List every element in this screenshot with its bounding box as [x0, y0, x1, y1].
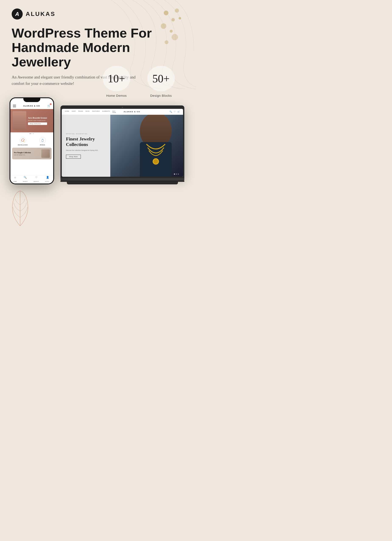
phone-hero-title: Arcs Bracelet bronze: [28, 116, 47, 119]
laptop-cart-icon[interactable]: 🛒: [177, 110, 180, 113]
phone-cat-necklaces: 📿 NECKLACES: [18, 137, 28, 146]
phone-hero-image: [12, 111, 26, 130]
laptop-hero-sub: Discover the collection Designed for Spr…: [66, 149, 106, 152]
phone-collection-image: [41, 149, 50, 158]
decorative-leaf: [6, 190, 34, 228]
hero-heading-line1: WordPress Theme For: [12, 26, 152, 40]
logo-text: ALUKAS: [26, 10, 56, 17]
devices-section: ALUKAS & CO 🛒 0 Arcs Bracelet bronze Bra…: [12, 97, 184, 184]
laptop-wishlist-icon[interactable]: ♡: [174, 110, 176, 113]
laptop-search-icon[interactable]: 🔍: [170, 110, 172, 113]
laptop-hero-eyebrow: SPECIAL ESSENTIAL: [66, 133, 106, 135]
phone-bottom-nav: ⌂ HOME 🔍 SEARCH ♡ WISHLIST 👤 ACCOU...: [10, 175, 53, 183]
stat-design-blocks: 50+ Design Blocks: [147, 66, 175, 98]
phone-notch: [23, 97, 40, 102]
laptop-nav-shop[interactable]: SHOP: [72, 110, 76, 113]
laptop-nav-buynow[interactable]: BUY NOW: [112, 110, 116, 113]
logo-row: A ALUKAS: [12, 9, 184, 20]
laptop-shop-button[interactable]: Shop Now: [66, 155, 81, 159]
account-icon: 👤: [45, 176, 50, 179]
phone-nav-home-label: HOME: [13, 181, 17, 182]
search-icon: 🔍: [23, 176, 28, 179]
phone-hero-banner: Arcs Bracelet bronze Bracelet made of br…: [10, 109, 53, 132]
laptop-hero-title: Finest Jewelry Collections: [66, 136, 106, 147]
phone-mockup: ALUKAS & CO 🛒 0 Arcs Bracelet bronze Bra…: [10, 97, 54, 184]
phone-nav-account[interactable]: 👤 ACCOU...: [45, 176, 50, 183]
logo-letter: A: [15, 11, 19, 17]
laptop-dot-1: [174, 174, 175, 175]
laptop-nav-blog[interactable]: BLOG: [86, 110, 90, 113]
stat-bubble-2: 50+: [147, 66, 175, 91]
phone-nav-account-label: ACCOU...: [45, 181, 50, 182]
laptop-nav-elements[interactable]: ELEMENTS: [102, 110, 110, 113]
phone-collection-banner: New Bangles Collection Catch the highlig…: [12, 148, 52, 159]
phone-nav-search[interactable]: 🔍 SEARCH: [23, 176, 28, 183]
phone-dot-2: [31, 133, 32, 134]
hero-heading-line2: Handmade Modern Jewellery: [12, 40, 130, 69]
laptop-slider-dots: [174, 174, 179, 175]
phone-nav-home[interactable]: ⌂ HOME: [13, 176, 17, 183]
laptop-base: [61, 178, 184, 181]
phone-cat-necklaces-label: NECKLACES: [18, 144, 28, 146]
stat-label-1: Home Demos: [106, 94, 127, 97]
ring-icon: 💍: [39, 137, 46, 143]
phone-dot-1: [30, 133, 31, 134]
laptop-screen-wrapper: HOME SHOP PAGES BLOG FEATURES ELEMENTS B…: [61, 105, 184, 178]
phone-cat-rings-label: RINGS: [39, 144, 46, 146]
stat-number-2: 50+: [152, 72, 170, 85]
phone-header-title: ALUKAS & CO: [23, 105, 40, 107]
laptop-hinge: [61, 181, 184, 182]
laptop-dot-2: [176, 174, 177, 175]
page-wrapper: A ALUKAS WordPress Theme For Handmade Mo…: [0, 0, 196, 270]
phone-header: ALUKAS & CO 🛒 0: [10, 102, 53, 109]
phone-hero-sub: Bracelet made of bright bronze...: [28, 120, 47, 121]
phone-hero-text: Arcs Bracelet bronze Bracelet made of br…: [26, 116, 47, 125]
laptop-nav-home[interactable]: HOME: [65, 110, 69, 113]
wishlist-icon: ♡: [34, 176, 39, 179]
stat-home-demos: 10+ Home Demos: [103, 66, 130, 98]
phone-collection-text: New Bangles Collection Catch the highlig…: [14, 152, 40, 156]
stat-label-2: Design Blocks: [150, 94, 172, 97]
phone-cat-rings: 💍 RINGS: [39, 137, 46, 146]
phone-categories: 📿 NECKLACES 💍 RINGS: [10, 135, 53, 148]
phone-cart-icon: 🛒 0: [47, 104, 51, 108]
phone-cart-badge: 0: [50, 103, 52, 105]
laptop-mockup: HOME SHOP PAGES BLOG FEATURES ELEMENTS B…: [61, 105, 184, 184]
laptop-nav-pages[interactable]: PAGES: [78, 110, 83, 113]
laptop-camera: [122, 107, 123, 108]
stats-row: 10+ Home Demos 50+ Design Blocks: [103, 66, 175, 98]
phone-slider-dots: [10, 132, 53, 135]
laptop-hero-content: SPECIAL ESSENTIAL Finest Jewelry Collect…: [62, 115, 110, 177]
stat-number-1: 10+: [108, 72, 125, 85]
laptop-hero-image: [110, 115, 183, 177]
phone-screen: ALUKAS & CO 🛒 0 Arcs Bracelet bronze Bra…: [10, 98, 53, 183]
necklace-icon: 📿: [20, 137, 26, 143]
laptop-hero: SPECIAL ESSENTIAL Finest Jewelry Collect…: [62, 115, 183, 177]
hero-heading: WordPress Theme For Handmade Modern Jewe…: [12, 26, 171, 69]
phone-nav-search-label: SEARCH: [23, 181, 28, 182]
laptop-dot-3: [178, 174, 179, 175]
phone-menu-icon: [13, 105, 16, 107]
phone-collection-title: New Bangles Collection: [14, 152, 40, 154]
laptop-nav-brand: ALUKAS & CO: [116, 111, 148, 113]
phone-dot-3: [33, 133, 34, 134]
laptop-screen: HOME SHOP PAGES BLOG FEATURES ELEMENTS B…: [62, 109, 183, 177]
hero-image-svg: [110, 115, 183, 177]
svg-point-5: [154, 159, 158, 164]
phone-shop-button[interactable]: Shop Collection: [28, 122, 47, 125]
laptop-nav-links: HOME SHOP PAGES BLOG FEATURES ELEMENTS B…: [65, 110, 116, 113]
laptop-nav: HOME SHOP PAGES BLOG FEATURES ELEMENTS B…: [62, 109, 183, 115]
phone-nav-wishlist-label: WISHLIST: [34, 181, 39, 182]
laptop-nav-features[interactable]: FEATURES: [92, 110, 100, 113]
phone-nav-wishlist[interactable]: ♡ WISHLIST: [34, 176, 39, 183]
home-icon: ⌂: [13, 176, 17, 179]
stat-bubble-1: 10+: [103, 66, 130, 91]
laptop-nav-icons: 🔍 ♡ 🛒: [148, 110, 180, 113]
phone-collection-sub: Catch the highlight in th...: [14, 154, 40, 156]
logo-circle: A: [12, 9, 23, 20]
